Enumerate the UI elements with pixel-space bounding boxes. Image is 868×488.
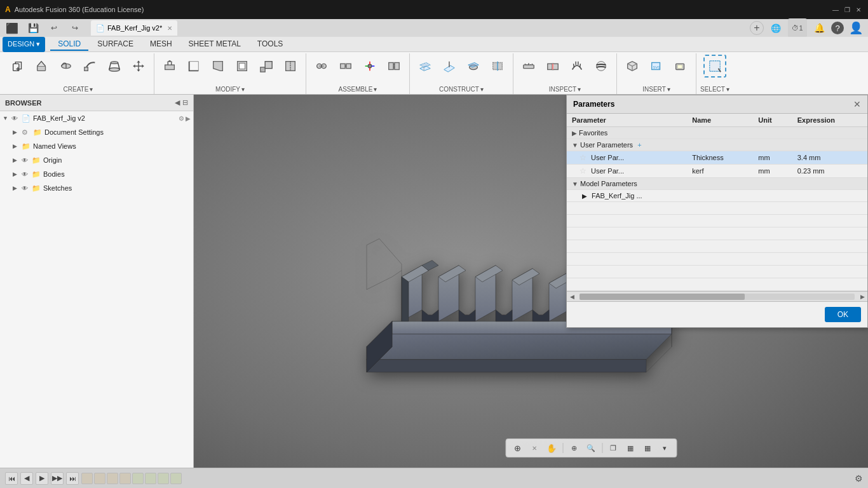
browser-pin-icon[interactable]: ⊟ — [182, 98, 188, 107]
offset-plane-icon[interactable] — [414, 55, 437, 78]
chamfer-icon[interactable] — [207, 55, 229, 78]
browser-item-origin[interactable]: ▶ 👁 📁 Origin — [0, 153, 193, 167]
add-tab-button[interactable]: + — [750, 21, 764, 35]
fab-kerf-jig-row[interactable]: ▶ FAB_Kerf_Jig ... — [567, 190, 867, 202]
online-icon[interactable]: 🌐 — [766, 18, 785, 37]
kerf-expression-col[interactable]: 0.23 mm — [792, 165, 867, 178]
timeline-settings-icon[interactable]: ⚙ — [855, 473, 863, 484]
timeline-to-start-btn[interactable]: ⏮ — [5, 472, 18, 485]
create-label[interactable]: CREATE ▾ — [64, 86, 93, 93]
joint-origin-icon[interactable] — [358, 55, 381, 78]
fillet-icon[interactable] — [182, 55, 205, 78]
timeline-item-1[interactable] — [81, 473, 93, 484]
profile-icon[interactable]: 👤 — [846, 18, 865, 37]
timeline-item-6[interactable] — [145, 473, 156, 484]
view-cube-icon[interactable]: ▦ — [640, 440, 655, 456]
file-tab[interactable]: 📄 FAB_Kerf_Jig v2* ✕ — [91, 20, 177, 36]
fab-kerf-expand-icon[interactable]: ▶ — [582, 193, 587, 200]
interference-icon[interactable] — [541, 55, 564, 78]
timeline-item-3[interactable] — [107, 473, 118, 484]
item-options-icon[interactable]: ⚙ — [179, 115, 184, 122]
construct-label[interactable]: CONSTRUCT ▾ — [439, 86, 484, 93]
inspect-label[interactable]: INSPECT ▾ — [549, 86, 581, 93]
undo-icon[interactable]: ↩ — [44, 18, 64, 37]
revolve-icon[interactable] — [55, 55, 78, 78]
timeline-item-8[interactable] — [170, 473, 182, 484]
minimize-button[interactable]: — — [831, 5, 840, 14]
timeline-prev-btn[interactable]: ◀ — [20, 472, 33, 485]
kerf-param-row[interactable]: ☆ User Par... kerf mm 0.23 mm — [567, 165, 867, 178]
help-icon[interactable]: ? — [831, 22, 844, 34]
orbit-icon[interactable]: ⊕ — [510, 440, 525, 456]
scrollbar-thumb[interactable] — [580, 294, 745, 300]
design-button[interactable]: DESIGN ▾ — [3, 37, 45, 52]
tab-surface[interactable]: SURFACE — [90, 38, 141, 51]
timeline-next-btn[interactable]: ▶▶ — [51, 472, 64, 485]
decal-icon[interactable] — [669, 55, 692, 78]
close-button[interactable]: ✕ — [854, 5, 863, 14]
scrollbar-track[interactable] — [580, 294, 855, 300]
save-icon[interactable]: 💾 — [24, 18, 43, 37]
browser-item-doc-settings[interactable]: ▶ ⚙ 📁 Document Settings — [0, 125, 193, 139]
tab-mesh[interactable]: MESH — [142, 38, 180, 51]
kerf-star-icon[interactable]: ☆ — [580, 166, 587, 175]
timeline-item-4[interactable] — [119, 473, 131, 484]
zoom-icon[interactable]: 🔍 — [583, 440, 599, 456]
browser-collapse-icon[interactable]: ◀ — [175, 98, 180, 107]
clock-icon[interactable]: ⏱1 — [788, 18, 807, 37]
select-box-icon[interactable] — [703, 55, 726, 78]
quick-access-icon[interactable]: ⬛ — [3, 18, 22, 37]
sweep-icon[interactable] — [79, 55, 102, 78]
tangent-plane-icon[interactable] — [462, 55, 485, 78]
browser-item-sketches[interactable]: ▶ 👁 📁 Sketches — [0, 181, 193, 195]
more-options-icon[interactable]: ▾ — [657, 440, 672, 456]
thickness-star-icon[interactable]: ☆ — [580, 153, 587, 162]
user-params-section-row[interactable]: ▼ User Parameters + — [567, 139, 867, 151]
scroll-right-icon[interactable]: ▶ — [857, 294, 867, 300]
measure-icon[interactable] — [517, 55, 540, 78]
midplane-icon[interactable] — [486, 55, 509, 78]
modify-label[interactable]: MODIFY ▾ — [215, 86, 245, 93]
assemble-label[interactable]: ASSEMBLE ▾ — [339, 86, 377, 93]
timeline-item-5[interactable] — [132, 473, 144, 484]
visibility-icon-4[interactable]: 👁 — [22, 185, 31, 192]
ok-button[interactable]: OK — [825, 307, 861, 322]
visibility-icon[interactable]: 👁 — [11, 115, 20, 122]
visibility-icon-3[interactable]: 👁 — [22, 171, 31, 178]
as-built-joint-icon[interactable] — [334, 55, 357, 78]
maximize-button[interactable]: ❐ — [843, 5, 851, 14]
select-label[interactable]: SELECT ▾ — [700, 86, 729, 93]
favorites-section-row[interactable]: ▶ Favorites — [567, 127, 867, 139]
split-face-icon[interactable] — [279, 55, 302, 78]
joint-icon[interactable] — [310, 55, 333, 78]
insert-svg-icon[interactable]: SVG — [645, 55, 668, 78]
tab-solid[interactable]: SOLID — [50, 38, 88, 51]
favorites-expand-icon[interactable]: ▶ — [572, 130, 577, 137]
viewport[interactable]: X Y Z Top ⊕ ✕ ✋ ⊕ 🔍 ❐ ▦ ▦ ▾ — [194, 95, 868, 488]
grid-icon[interactable]: ▦ — [623, 440, 638, 456]
pan-stop-icon[interactable]: ✕ — [527, 440, 542, 456]
insert-label[interactable]: INSERT ▾ — [642, 86, 670, 93]
user-params-expand-icon[interactable]: ▼ — [572, 142, 578, 149]
curvature-comb-icon[interactable] — [566, 55, 588, 78]
thickness-name-col[interactable]: Thickness — [687, 151, 753, 165]
thickness-param-row[interactable]: ☆ User Par... Thickness mm 3.4 mm — [567, 151, 867, 165]
shell-icon[interactable] — [231, 55, 254, 78]
timeline-item-2[interactable] — [94, 473, 105, 484]
file-tab-close[interactable]: ✕ — [167, 25, 172, 32]
press-pull-icon[interactable] — [158, 55, 181, 78]
dialog-close-button[interactable]: ✕ — [853, 99, 861, 109]
extrude-icon[interactable] — [31, 55, 53, 78]
redo-icon[interactable]: ↪ — [65, 18, 85, 37]
pan-icon[interactable]: ✋ — [544, 440, 559, 456]
item-expand-icon[interactable]: ▶ — [186, 115, 191, 122]
tab-tools[interactable]: TOOLS — [250, 38, 290, 51]
browser-item-bodies[interactable]: ▶ 👁 📁 Bodies — [0, 167, 193, 181]
browser-item-root[interactable]: ▼ 👁 📄 FAB_Kerf_Jig v2 ⚙ ▶ — [0, 111, 193, 125]
timeline-to-end-btn[interactable]: ⏭ — [66, 472, 79, 485]
plane-at-angle-icon[interactable] — [438, 55, 461, 78]
loft-icon[interactable] — [103, 55, 126, 78]
display-mode-icon[interactable]: ❐ — [606, 440, 621, 456]
notification-icon[interactable]: 🔔 — [810, 18, 829, 37]
scale-icon[interactable] — [255, 55, 278, 78]
